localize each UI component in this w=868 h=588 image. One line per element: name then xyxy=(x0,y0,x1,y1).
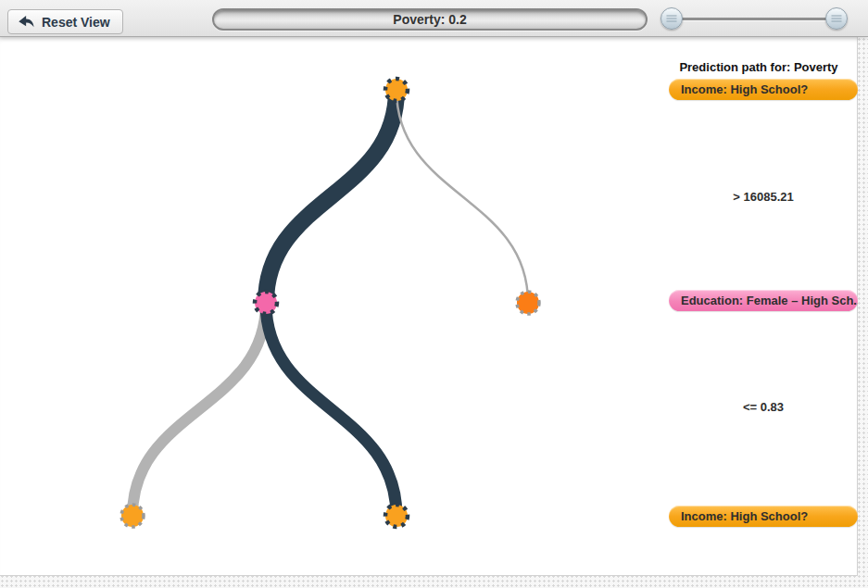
app-window: Reset View Poverty: 0.2 Prediction path … xyxy=(0,0,868,588)
path-step-badge-1: Income: High School? xyxy=(669,79,858,100)
range-slider-handle-max[interactable] xyxy=(825,7,848,30)
tree-link xyxy=(396,90,528,303)
reset-view-label: Reset View xyxy=(42,15,110,30)
toolbar: Reset View Poverty: 0.2 xyxy=(0,0,868,37)
range-slider-handle-min[interactable] xyxy=(660,7,683,30)
tree-link xyxy=(266,303,396,516)
tree-node[interactable] xyxy=(385,505,408,527)
prediction-path-title: Prediction path for: Poverty xyxy=(660,60,858,74)
prediction-meter: Poverty: 0.2 xyxy=(212,8,648,31)
split-condition-label-1: > 16085.21 xyxy=(669,190,858,204)
undo-arrow-icon xyxy=(18,15,35,29)
tree-node[interactable] xyxy=(517,292,539,314)
tree-node[interactable] xyxy=(121,505,144,527)
path-step-badge-2: Education: Female – High Sch... xyxy=(669,290,858,311)
tree-link xyxy=(132,303,266,516)
tree-node[interactable] xyxy=(385,79,408,101)
range-slider-track[interactable] xyxy=(672,18,837,20)
tree-link xyxy=(266,90,396,303)
reset-view-button[interactable]: Reset View xyxy=(7,9,123,34)
tree-canvas[interactable]: Prediction path for: Poverty Income: Hig… xyxy=(0,37,858,576)
tree-node[interactable] xyxy=(255,292,277,314)
split-condition-label-2: <= 0.83 xyxy=(669,400,858,414)
slider-grip-icon xyxy=(832,19,842,19)
prediction-meter-label: Poverty: 0.2 xyxy=(393,12,466,27)
slider-grip-icon xyxy=(667,19,677,19)
path-step-badge-3: Income: High School? xyxy=(669,506,858,527)
